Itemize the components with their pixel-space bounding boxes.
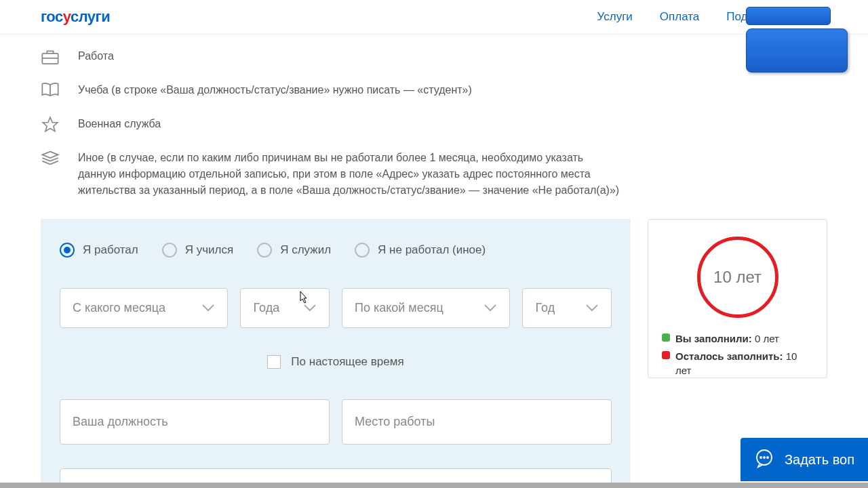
svg-point-9 [764, 457, 765, 458]
form-panel: Я работал Я учился Я служил Я не работал… [41, 219, 631, 488]
account-buttons [746, 7, 848, 73]
svg-point-10 [767, 457, 768, 458]
nav-services[interactable]: Услуги [597, 10, 633, 24]
position-input[interactable]: Ваша должность [60, 399, 330, 445]
from-month-select[interactable]: С какого месяца [60, 288, 228, 328]
nav-payment[interactable]: Оплата [660, 10, 699, 24]
dropdown-placeholder: С какого месяца [73, 301, 165, 315]
svg-marker-5 [43, 117, 58, 131]
checkbox-label: По настоящее время [291, 355, 403, 369]
briefcase-icon [41, 48, 61, 65]
to-year-select[interactable]: Год [522, 288, 612, 328]
account-btn-1[interactable] [746, 7, 831, 25]
info-work-text: Работа [78, 48, 114, 64]
dropdown-placeholder: По какой месяц [355, 301, 443, 315]
svg-point-8 [760, 457, 762, 458]
radio-label: Я не работал (иное) [378, 243, 486, 257]
info-military: Военная служба [41, 116, 827, 133]
progress-circle: 10 лет [697, 237, 778, 318]
info-other: Иное (в случае, если по каким либо причи… [41, 150, 827, 199]
info-list: Работа Учеба (в строке «Ваша должность/с… [41, 48, 827, 199]
radio-none[interactable]: Я не работал (иное) [355, 243, 486, 258]
from-year-select[interactable]: Года [240, 288, 330, 328]
chevron-down-icon [303, 302, 317, 314]
book-icon [41, 82, 61, 99]
dot-green-icon [662, 333, 670, 342]
radio-label: Я служил [280, 243, 331, 257]
progress-panel: 10 лет Вы заполнили: 0 лет Осталось запо… [648, 219, 827, 378]
radio-icon [162, 243, 177, 258]
legend-filled: Вы заполнили: 0 лет [662, 331, 813, 346]
radio-icon [355, 243, 370, 258]
info-study: Учеба (в строке «Ваша должность/статус/з… [41, 82, 827, 99]
radio-label: Я учился [185, 243, 233, 257]
progress-circle-wrap: 10 лет [662, 237, 813, 318]
header: госуслуги Услуги Оплата Поддержка [0, 0, 868, 35]
legend-remaining: Осталось заполнить: 10 лет [662, 349, 813, 378]
chevron-down-icon [484, 302, 497, 314]
chat-icon [754, 448, 774, 471]
info-work: Работа [41, 48, 827, 65]
layers-icon [41, 150, 61, 167]
ask-button-text: Задать воп [785, 452, 854, 468]
star-icon [41, 116, 61, 133]
chevron-down-icon [585, 302, 599, 314]
dropdown-placeholder: Года [253, 301, 279, 315]
present-checkbox[interactable] [267, 355, 281, 369]
radio-worked[interactable]: Я работал [60, 243, 138, 258]
account-btn-2[interactable] [746, 28, 848, 73]
radio-studied[interactable]: Я учился [162, 243, 233, 258]
radio-group: Я работал Я учился Я служил Я не работал… [60, 243, 612, 258]
info-other-text: Иное (в случае, если по каким либо причи… [78, 150, 620, 199]
ask-question-button[interactable]: Задать воп [741, 438, 868, 481]
content: Работа Учеба (в строке «Ваша должность/с… [0, 35, 868, 488]
radio-label: Я работал [83, 243, 138, 257]
bottom-bar [0, 483, 868, 488]
dot-red-icon [662, 351, 670, 359]
info-military-text: Военная служба [78, 116, 161, 132]
svg-marker-6 [42, 152, 58, 158]
radio-icon [60, 243, 75, 258]
workplace-input[interactable]: Место работы [342, 399, 612, 445]
progress-text: 10 лет [713, 268, 762, 287]
position-row: Ваша должность Место работы [60, 399, 612, 445]
main-area: Я работал Я учился Я служил Я не работал… [41, 219, 827, 488]
to-month-select[interactable]: По какой месяц [342, 288, 510, 328]
radio-icon [257, 243, 272, 258]
logo[interactable]: госуслуги [41, 8, 110, 26]
date-range-row: С какого месяца Года По какой месяц Год [60, 288, 612, 328]
dropdown-placeholder: Год [535, 301, 555, 315]
info-study-text: Учеба (в строке «Ваша должность/статус/з… [78, 82, 472, 98]
chevron-down-icon [201, 302, 215, 314]
radio-served[interactable]: Я служил [257, 243, 331, 258]
present-time-row: По настоящее время [60, 355, 612, 369]
progress-legend: Вы заполнили: 0 лет Осталось заполнить: … [662, 331, 813, 378]
